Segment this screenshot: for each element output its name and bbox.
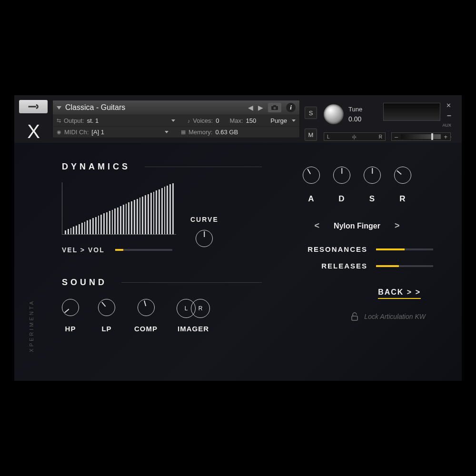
mute-button[interactable]: M: [305, 129, 317, 141]
instrument-panel: X Classica - Guitars ◀ ▶ i ⇆ Output: [14, 95, 462, 381]
curve-label: CURVE: [190, 216, 218, 223]
back-button[interactable]: BACK > >: [281, 288, 433, 299]
decay-label: D: [333, 194, 350, 204]
purge-button[interactable]: Purge: [270, 117, 287, 124]
solo-button[interactable]: S: [305, 107, 317, 119]
release-label: R: [394, 194, 411, 204]
articulation-name[interactable]: Nylon Finger: [334, 222, 380, 230]
decay-knob[interactable]: [333, 167, 350, 184]
sustain-knob[interactable]: [364, 167, 381, 184]
output-meter: [383, 103, 440, 121]
volume-fader[interactable]: [401, 134, 441, 139]
curve-knob[interactable]: [196, 230, 213, 247]
output-icon: ⇆: [57, 118, 61, 124]
attack-knob[interactable]: [303, 167, 320, 184]
camera-icon: [271, 105, 278, 110]
next-articulation-button[interactable]: >: [395, 221, 400, 231]
tune-knob[interactable]: [324, 104, 344, 124]
voices-icon: ♪: [188, 118, 190, 124]
voices-value: 0: [216, 117, 219, 124]
hp-knob[interactable]: [62, 299, 79, 316]
midi-icon: ◉: [57, 129, 61, 135]
midi-label: MIDI Ch:: [64, 129, 89, 136]
purge-dropdown-icon[interactable]: [292, 119, 296, 122]
wrench-button[interactable]: [19, 100, 48, 113]
output-dropdown-icon[interactable]: [171, 119, 175, 122]
snapshot-button[interactable]: [268, 103, 281, 112]
lock-icon: [351, 312, 358, 321]
imager-right-icon: R: [191, 299, 210, 318]
resonances-label: RESONANCES: [307, 245, 367, 253]
svg-rect-3: [352, 316, 357, 320]
header: X Classica - Guitars ◀ ▶ i ⇆ Output: [19, 100, 452, 138]
pan-center-icon: ›|‹: [352, 134, 357, 139]
releases-slider[interactable]: [376, 265, 433, 267]
memory-icon: ▦: [181, 129, 186, 135]
brand-vertical: XPERIMENTA: [29, 299, 34, 352]
sustain-label: S: [364, 194, 381, 204]
preset-dropdown-icon[interactable]: [57, 106, 61, 109]
memory-value: 0.63 GB: [215, 129, 238, 136]
attack-label: A: [303, 194, 320, 204]
midi-value[interactable]: [A] 1: [91, 129, 104, 136]
brand-logo-x: X: [24, 121, 43, 140]
instrument-body: XPERIMENTA DYNAMICS CURVE VEL > VOL: [14, 143, 462, 381]
velvol-label: VEL > VOL: [62, 246, 105, 254]
voices-label: Voices:: [193, 117, 213, 124]
pan-right-label: R: [379, 134, 382, 139]
wrench-icon: [27, 102, 40, 111]
volume-minus-button[interactable]: –: [395, 133, 398, 140]
prev-preset-button[interactable]: ◀: [248, 104, 253, 111]
close-button[interactable]: ✕: [446, 102, 451, 109]
velvol-slider[interactable]: [115, 249, 172, 251]
volume-plus-button[interactable]: +: [444, 133, 447, 140]
max-label: Max:: [229, 117, 243, 124]
lock-articulation-toggle[interactable]: Lock Articulation KW: [364, 313, 426, 320]
memory-label: Memory:: [188, 129, 213, 136]
pan-control[interactable]: L ›|‹ R: [324, 132, 386, 141]
release-knob[interactable]: [394, 167, 411, 184]
next-preset-button[interactable]: ▶: [258, 104, 263, 111]
svg-point-2: [274, 107, 276, 109]
hp-label: HP: [62, 325, 79, 333]
imager-label: IMAGER: [177, 325, 210, 333]
sound-title: SOUND: [62, 278, 262, 288]
output-label: Output:: [64, 117, 84, 124]
max-value[interactable]: 150: [246, 117, 257, 124]
aux-label: AUX: [442, 123, 451, 128]
comp-knob[interactable]: [138, 299, 155, 316]
tune-label: Tune: [348, 106, 362, 113]
pan-left-label: L: [327, 134, 330, 139]
lp-knob[interactable]: [98, 299, 115, 316]
imager-control[interactable]: L R: [177, 299, 210, 318]
tune-value[interactable]: 0.00: [348, 115, 362, 123]
midi-dropdown-icon[interactable]: [165, 131, 169, 133]
lp-label: LP: [98, 325, 115, 333]
dynamics-title: DYNAMICS: [62, 162, 262, 172]
minimize-button[interactable]: –: [447, 111, 451, 120]
header-info-box: Classica - Guitars ◀ ▶ i ⇆ Output: st. 1: [52, 100, 300, 138]
svg-rect-1: [273, 105, 276, 107]
instrument-title: Classica - Guitars: [65, 103, 125, 112]
prev-articulation-button[interactable]: <: [315, 221, 320, 231]
velocity-curve-display: [62, 182, 176, 235]
resonances-slider[interactable]: [376, 248, 433, 250]
output-value[interactable]: st. 1: [87, 117, 99, 124]
releases-label: RELEASES: [321, 262, 367, 270]
volume-strip: – +: [391, 132, 451, 141]
info-button[interactable]: i: [286, 103, 296, 112]
comp-label: COMP: [134, 325, 158, 333]
